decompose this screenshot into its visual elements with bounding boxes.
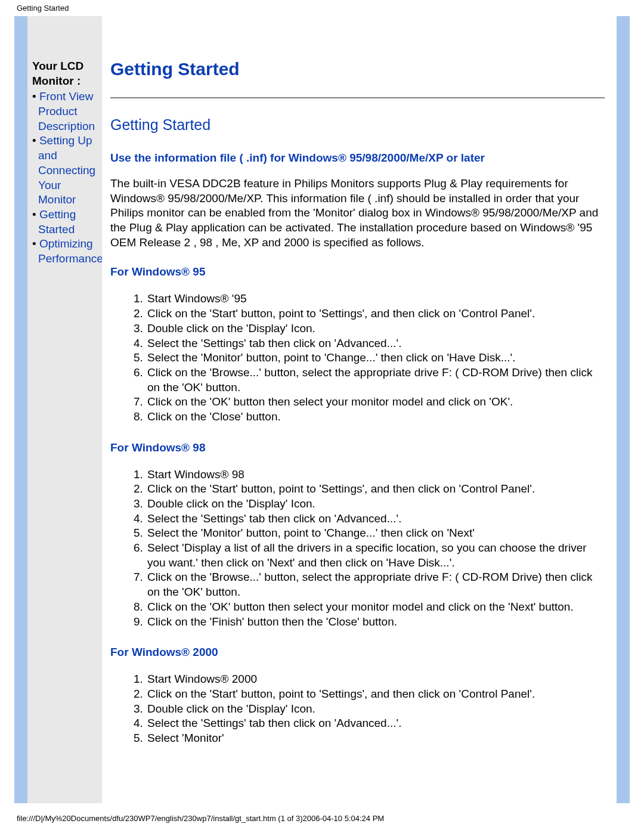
list-item: Select 'Monitor' <box>146 731 605 746</box>
win95-title: For Windows® 95 <box>110 265 605 278</box>
main-content: Getting Started Getting Started Use the … <box>102 16 617 803</box>
win98-steps: Start Windows® 98 Click on the 'Start' b… <box>146 467 605 630</box>
bullet-icon: • <box>32 134 39 147</box>
footer-meta: file:///D|/My%20Documents/dfu/230WP7/eng… <box>0 803 644 823</box>
list-item: Select 'Display a list of all the driver… <box>146 541 605 570</box>
bullet-icon: • <box>32 208 39 221</box>
sidebar-item-front-view[interactable]: • Front View Product Description <box>32 89 102 134</box>
sidebar-item-getting-started[interactable]: • Getting Started <box>32 208 102 237</box>
list-item: Start Windows® 98 <box>146 467 605 482</box>
sidebar: Your LCD Monitor : • Front View Product … <box>27 16 102 803</box>
list-item: Double click on the 'Display' Icon. <box>146 497 605 512</box>
page-frame: Your LCD Monitor : • Front View Product … <box>14 16 630 803</box>
list-item: Select the 'Settings' tab then click on … <box>146 512 605 527</box>
list-item: Select the 'Monitor' button, point to 'C… <box>146 351 605 366</box>
list-item: Click on the 'Start' button, point to 'S… <box>146 482 605 497</box>
list-item: Click on the 'OK' button then select you… <box>146 600 605 615</box>
win2k-title: For Windows® 2000 <box>110 646 605 659</box>
list-item: Start Windows® '95 <box>146 292 605 306</box>
win95-steps: Start Windows® '95 Click on the 'Start' … <box>146 292 605 424</box>
section-heading: Getting Started <box>110 116 605 134</box>
sidebar-nav: • Front View Product Description • Setti… <box>32 89 102 266</box>
sidebar-title: Your LCD Monitor : <box>32 59 102 88</box>
list-item: Double click on the 'Display' Icon. <box>146 321 605 336</box>
list-item: Click on the 'Start' button, point to 'S… <box>146 306 605 321</box>
sidebar-link-label: Front View Product Description <box>38 90 95 132</box>
header-meta: Getting Started <box>0 0 644 16</box>
list-item: Click on the 'Browse...' button, select … <box>146 570 605 599</box>
list-item: Click on the 'Finish' button then the 'C… <box>146 615 605 630</box>
list-item: Click on the 'Close' button. <box>146 410 605 425</box>
sidebar-link-label: Setting Up and Connecting Your Monitor <box>38 134 95 206</box>
inf-heading: Use the information file ( .inf) for Win… <box>110 151 605 165</box>
list-item: Select the 'Settings' tab then click on … <box>146 716 605 731</box>
win2k-steps: Start Windows® 2000 Click on the 'Start'… <box>146 672 605 745</box>
list-item: Select the 'Settings' tab then click on … <box>146 336 605 351</box>
list-item: Start Windows® 2000 <box>146 672 605 687</box>
list-item: Double click on the 'Display' Icon. <box>146 702 605 717</box>
sidebar-link-label: Getting Started <box>38 208 76 236</box>
sidebar-link-label: Optimizing Performance <box>38 237 103 265</box>
list-item: Click on the 'OK' button then select you… <box>146 395 605 410</box>
bullet-icon: • <box>32 237 39 250</box>
page-title: Getting Started <box>110 59 605 79</box>
sidebar-item-optimizing[interactable]: • Optimizing Performance <box>32 237 102 266</box>
list-item: Select the 'Monitor' button, point to 'C… <box>146 526 605 541</box>
intro-paragraph: The built-in VESA DDC2B feature in Phili… <box>110 176 605 250</box>
sidebar-item-setting-up[interactable]: • Setting Up and Connecting Your Monitor <box>32 134 102 207</box>
bullet-icon: • <box>32 90 39 103</box>
list-item: Click on the 'Start' button, point to 'S… <box>146 687 605 702</box>
divider <box>110 97 605 98</box>
list-item: Click on the 'Browse...' button, select … <box>146 366 605 395</box>
win98-title: For Windows® 98 <box>110 441 605 454</box>
